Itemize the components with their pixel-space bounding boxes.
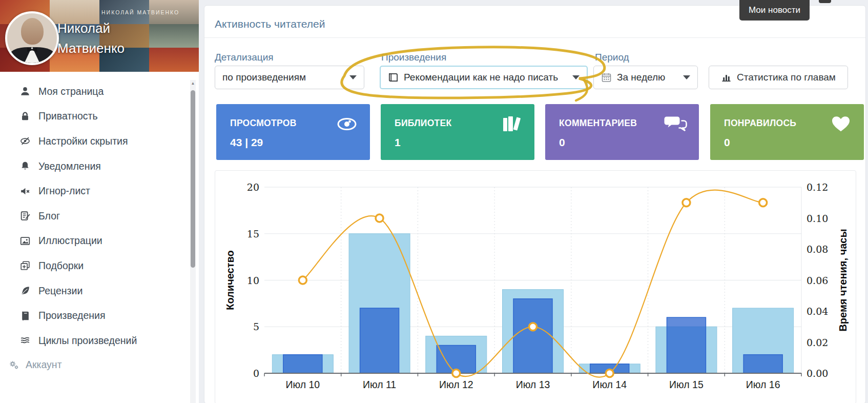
profile-name-line1: Николай bbox=[57, 18, 125, 38]
chevron-down-icon bbox=[349, 75, 357, 79]
stat-card-comments: КОММЕНТАРИЕВ0 bbox=[545, 104, 699, 160]
heart-icon bbox=[829, 115, 853, 133]
chevron-down-icon bbox=[683, 75, 690, 79]
right-axis-tick: 0.12 bbox=[807, 182, 828, 193]
sidebar-item-works[interactable]: Произведения bbox=[0, 303, 187, 328]
line-point-5 bbox=[683, 199, 690, 207]
x-axis-label: Июл 11 bbox=[363, 379, 396, 390]
blog-icon bbox=[19, 210, 31, 221]
x-axis-label: Июл 15 bbox=[669, 379, 704, 390]
x-axis-label: Июл 13 bbox=[516, 379, 550, 390]
cover-tile bbox=[149, 48, 199, 72]
user-icon bbox=[19, 86, 31, 97]
collections-icon bbox=[19, 260, 31, 271]
divider bbox=[204, 37, 865, 38]
chart-panel: 051015200.000.020.040.060.080.100.12Июл … bbox=[215, 170, 856, 403]
sidebar-item-notifications[interactable]: Уведомления bbox=[0, 154, 187, 179]
eye-off-icon bbox=[19, 135, 31, 147]
stat-card-label: БИБЛИОТЕК bbox=[395, 118, 452, 129]
detail-select-value: по произведениям bbox=[222, 72, 306, 83]
line-point-4 bbox=[606, 370, 613, 377]
avatar-head bbox=[21, 18, 44, 45]
period-select[interactable]: За неделю bbox=[593, 66, 698, 89]
profile-name-line2: Матвиенко bbox=[57, 38, 125, 58]
sidebar-item-label: Аккаунт bbox=[26, 359, 62, 371]
bar-narrow-5 bbox=[667, 317, 706, 373]
period-filter-label: Период bbox=[595, 52, 629, 63]
sidebar-item-account[interactable]: Аккаунт bbox=[8, 359, 62, 371]
x-axis-label: Июл 10 bbox=[286, 379, 320, 390]
left-axis-tick: 10 bbox=[247, 275, 259, 286]
stat-card-label: ПОНРАВИЛОСЬ bbox=[724, 118, 796, 129]
eye-icon bbox=[335, 115, 359, 133]
sidebar-item-reviews[interactable]: Рецензии bbox=[0, 278, 187, 304]
right-axis-tick: 0.06 bbox=[807, 275, 828, 286]
chapter-stats-button-label: Статистика по главам bbox=[737, 72, 836, 83]
work-select-value: Рекомендации как не надо писать bbox=[404, 72, 560, 83]
lock-icon bbox=[19, 111, 31, 122]
profile-name: Николай Матвиенко bbox=[57, 18, 125, 58]
x-axis-label: Июл 12 bbox=[439, 379, 473, 390]
sidebar-item-label: Циклы произведений bbox=[38, 335, 137, 347]
book-icon bbox=[388, 72, 399, 83]
scroll-up-arrow-icon[interactable]: ▲ bbox=[190, 81, 196, 86]
line-point-1 bbox=[376, 214, 383, 222]
left-axis-title: Количество bbox=[224, 250, 236, 310]
feather-icon bbox=[19, 285, 31, 296]
work-select[interactable]: Рекомендации как не надо писать bbox=[380, 66, 588, 89]
line-point-2 bbox=[452, 370, 460, 377]
books-icon bbox=[500, 115, 523, 133]
sidebar-item-illustrations[interactable]: Иллюстрации bbox=[0, 229, 187, 254]
detail-select[interactable]: по произведениям bbox=[215, 66, 364, 89]
sidebar-scrollbar-thumb[interactable] bbox=[191, 90, 195, 268]
sidebar-item-label: Настройки скрытия bbox=[38, 135, 128, 147]
x-axis-label: Июл 16 bbox=[746, 379, 780, 390]
sidebar-item-hide-settings[interactable]: Настройки скрытия bbox=[0, 129, 187, 154]
right-axis-tick: 0.04 bbox=[807, 306, 828, 317]
left-axis-tick: 15 bbox=[247, 228, 259, 239]
left-axis-tick: 5 bbox=[253, 321, 259, 332]
calendar-icon bbox=[601, 72, 612, 83]
line-point-3 bbox=[529, 323, 537, 331]
sidebar-item-label: Уведомления bbox=[38, 160, 101, 172]
x-axis-label: Июл 14 bbox=[592, 379, 627, 390]
stat-card-value: 0 bbox=[559, 136, 565, 149]
mute-icon bbox=[19, 186, 31, 197]
sidebar-item-label: Произведения bbox=[38, 310, 106, 321]
right-axis-tick: 0.00 bbox=[807, 368, 828, 379]
stat-card-likes: ПОНРАВИЛОСЬ0 bbox=[710, 104, 864, 160]
chapter-stats-button[interactable]: Статистика по главам bbox=[709, 66, 848, 89]
stack-icon bbox=[19, 335, 31, 346]
stat-card-value: 43 | 29 bbox=[230, 136, 263, 149]
sidebar-item-label: Моя страница bbox=[38, 86, 104, 97]
work-filter-label: Произведения bbox=[381, 52, 446, 63]
my-news-tooltip: Мои новости bbox=[739, 0, 810, 21]
stat-card-value: 1 bbox=[395, 136, 401, 149]
sidebar-item-ignore-list[interactable]: Игнор-лист bbox=[0, 178, 187, 204]
bar-narrow-1 bbox=[360, 308, 399, 373]
cover-tile bbox=[149, 24, 199, 48]
bar-narrow-0 bbox=[283, 355, 322, 373]
bar-narrow-3 bbox=[513, 299, 552, 373]
image-icon bbox=[19, 235, 31, 247]
sidebar-item-label: Блог bbox=[38, 210, 60, 222]
sidebar-item-my-page[interactable]: Моя страница bbox=[0, 79, 187, 104]
sidebar-item-blog[interactable]: Блог bbox=[0, 204, 187, 229]
sidebar-item-label: Приватность bbox=[38, 110, 98, 122]
period-select-value: За неделю bbox=[617, 72, 665, 83]
avatar bbox=[5, 11, 59, 65]
stat-card-value: 0 bbox=[724, 136, 730, 149]
right-axis-title: Время чтения, часы bbox=[837, 229, 849, 331]
right-axis-tick: 0.08 bbox=[807, 244, 828, 255]
reader-activity-card: Активность читателей Детализация по прои… bbox=[204, 5, 866, 403]
detail-filter-label: Детализация bbox=[215, 52, 274, 63]
sidebar-item-label: Игнор-лист bbox=[38, 185, 90, 197]
stat-card-label: КОММЕНТАРИЕВ bbox=[559, 118, 637, 129]
stat-card-views: ПРОСМОТРОВ43 | 29 bbox=[216, 104, 370, 160]
reader-activity-chart: 051015200.000.020.040.060.080.100.12Июл … bbox=[215, 171, 856, 403]
sidebar-item-privacy[interactable]: Приватность bbox=[0, 104, 187, 129]
sidebar-item-series[interactable]: Циклы произведений bbox=[0, 328, 187, 353]
book-icon bbox=[19, 310, 31, 321]
sidebar-item-collections[interactable]: Подборки bbox=[0, 253, 187, 278]
right-axis-tick: 0.02 bbox=[807, 337, 828, 348]
